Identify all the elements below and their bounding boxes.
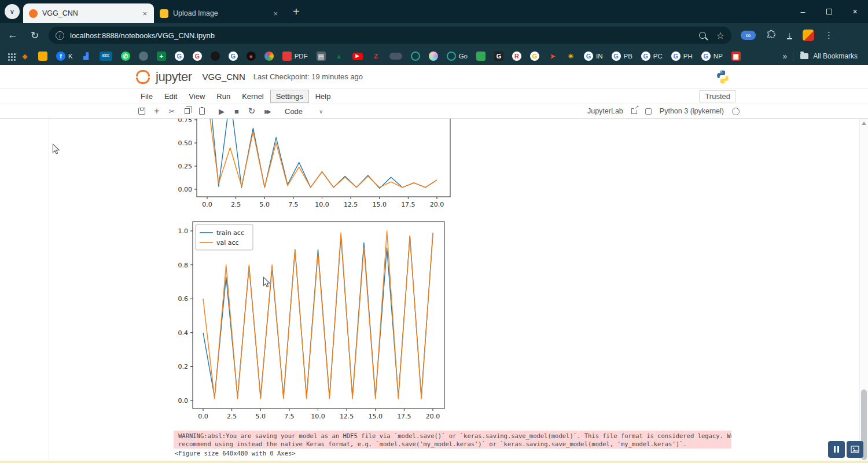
external-link-icon[interactable] [631, 108, 637, 114]
menu-view[interactable]: View [183, 90, 210, 102]
menu-settings[interactable]: Settings [270, 90, 309, 103]
site-info-icon[interactable]: i [56, 31, 64, 40]
bookmark-item[interactable]: ● [247, 52, 256, 61]
maximize-button[interactable] [816, 0, 842, 23]
save-button[interactable] [134, 108, 149, 115]
kernel-name[interactable]: Python 3 (ipykernel) [660, 107, 724, 115]
notebook-gutter-line [49, 119, 49, 463]
all-bookmarks-button[interactable]: All Bookmarks [800, 52, 858, 60]
bookmark-icon-google: G [175, 52, 184, 61]
trusted-badge[interactable]: Trusted [699, 90, 736, 102]
tab-search-button[interactable]: ∨ [5, 4, 20, 19]
bookmark-item[interactable]: GIN [584, 52, 603, 61]
bookmark-item[interactable]: G [229, 52, 238, 61]
menu-edit[interactable]: Edit [159, 90, 182, 102]
bookmark-item[interactable]: G [530, 52, 539, 61]
jupyterlab-link[interactable]: JupyterLab [587, 107, 623, 115]
cut-cell-button[interactable]: ✂ [164, 107, 179, 116]
extensions-puzzle-icon[interactable] [766, 30, 777, 41]
bookmark-item[interactable] [211, 52, 220, 61]
menu-run[interactable]: Run [211, 90, 236, 102]
bookmark-item[interactable]: Go [447, 52, 468, 61]
bookmark-item[interactable] [476, 52, 486, 61]
bookmark-item[interactable]: GPB [612, 52, 632, 61]
url-field[interactable]: i localhost:8888/notebooks/VGG_CNN.ipynb… [49, 27, 731, 44]
menu-help[interactable]: Help [310, 90, 336, 102]
launcher-icon[interactable] [645, 108, 652, 115]
bookmark-item[interactable] [389, 53, 402, 60]
back-button[interactable]: ← [3, 26, 22, 45]
bookmark-item[interactable]: ▟ [82, 52, 91, 61]
jupyter-toolbar: + ✂ ▶ ■ ↻ ▶▶ Code ∨ JupyterLab Python 3 … [0, 104, 868, 119]
bookmark-item[interactable]: ✳ [566, 52, 575, 61]
bookmark-item[interactable]: IEEE [100, 52, 112, 61]
image-icon [851, 445, 859, 454]
bookmark-item[interactable]: ▤ [317, 52, 326, 61]
extension-badge-icon[interactable]: ∞ [741, 31, 756, 40]
downloads-icon[interactable]: ↓ [787, 31, 792, 39]
restart-kernel-button[interactable]: ↻ [244, 106, 259, 116]
bookmark-item[interactable] [264, 52, 274, 61]
bookmark-label: PB [624, 53, 632, 60]
menu-kernel[interactable]: Kernel [237, 90, 269, 102]
bookmark-item[interactable]: ▲ [334, 52, 344, 61]
bookmark-item[interactable]: ✆ [121, 52, 130, 61]
url-text[interactable]: localhost:8888/notebooks/VGG_CNN.ipynb [70, 31, 699, 40]
bookmark-item[interactable] [38, 52, 47, 61]
bookmark-item[interactable]: GPC [641, 52, 663, 61]
bookmark-item[interactable]: GPH [671, 52, 693, 61]
svg-text:0.25: 0.25 [178, 163, 193, 170]
bookmark-item[interactable]: fK [56, 52, 73, 61]
tab-close-icon[interactable]: × [272, 9, 279, 18]
chevron-down-icon: ∨ [10, 8, 15, 16]
tab-title: Upload Image [173, 9, 272, 17]
bookmark-item[interactable]: Z [372, 52, 381, 61]
bookmark-item[interactable]: ▶ [352, 53, 363, 60]
pause-overlay-button[interactable] [828, 441, 845, 458]
address-bar-actions: ∞ ↓ ⋮ [741, 30, 833, 41]
copy-cell-button[interactable] [179, 108, 194, 114]
bookmark-item[interactable]: ▦ [731, 52, 741, 61]
apps-grid-icon[interactable] [8, 53, 10, 55]
notebook-title[interactable]: VGG_CNN [203, 72, 245, 82]
scrollbar-track[interactable] [859, 119, 868, 463]
screenshot-overlay-button[interactable] [847, 441, 863, 458]
bookmark-item[interactable] [429, 52, 438, 61]
bookmark-item[interactable]: G [494, 52, 503, 61]
run-all-button[interactable]: ▶▶ [259, 108, 274, 115]
scroll-up-arrow-icon[interactable] [862, 122, 866, 125]
cell-type-select[interactable]: Code ∨ [285, 107, 323, 116]
minimize-button[interactable]: – [790, 0, 816, 23]
bookmark-item[interactable]: GNP [701, 52, 723, 61]
bookmark-icon-ring [411, 52, 420, 61]
bookmark-icon-google: G [584, 52, 593, 61]
run-cell-button[interactable]: ▶ [214, 107, 229, 116]
paste-cell-button[interactable] [194, 108, 209, 115]
menu-file[interactable]: File [135, 90, 158, 102]
bookmark-icon-github [211, 52, 220, 61]
bookmark-icon-dark-square: G [494, 52, 503, 61]
browser-tab-upload-image[interactable]: Upload Image × [154, 3, 285, 23]
browser-menu-icon[interactable]: ⋮ [825, 30, 833, 41]
stop-kernel-button[interactable]: ■ [229, 107, 244, 116]
bookmark-item[interactable]: PDF [282, 52, 308, 61]
bookmark-item[interactable]: + [157, 52, 166, 61]
bookmark-item[interactable] [411, 52, 420, 61]
bookmark-star-icon[interactable]: ☆ [716, 30, 724, 41]
bookmark-item[interactable]: G [175, 52, 184, 61]
profile-avatar[interactable] [803, 30, 814, 41]
bookmark-item[interactable]: G [193, 52, 202, 61]
zoom-icon[interactable] [699, 32, 706, 39]
bookmark-item[interactable]: ➤ [548, 52, 557, 61]
bookmark-item[interactable] [139, 52, 148, 61]
add-cell-button[interactable]: + [149, 106, 164, 116]
browser-tab-vgg-cnn[interactable]: VGG_CNN × [23, 3, 154, 23]
tab-close-icon[interactable]: × [141, 9, 148, 18]
bookmark-item[interactable]: ◈ [20, 52, 30, 61]
bookmark-item[interactable]: R [512, 52, 521, 61]
more-bookmarks-icon[interactable]: » [783, 52, 788, 61]
close-window-button[interactable]: × [842, 0, 868, 23]
figure-repr-text: <Figure size 640x480 with 0 Axes> [175, 450, 296, 457]
new-tab-button[interactable]: + [293, 6, 300, 17]
reload-button[interactable]: ↻ [25, 26, 44, 45]
